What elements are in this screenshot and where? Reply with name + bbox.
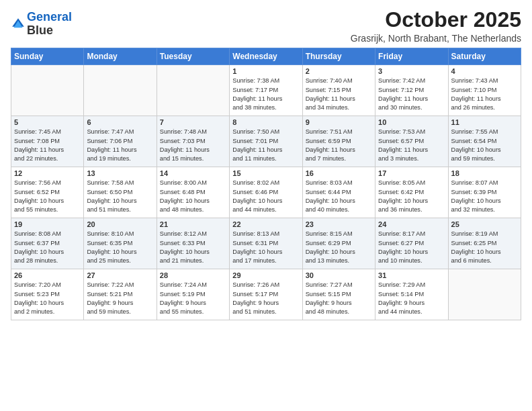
day-number: 5 [14, 118, 81, 126]
table-row: 10Sunrise: 7:53 AM Sunset: 6:57 PM Dayli… [375, 116, 448, 167]
day-info: Sunrise: 8:02 AM Sunset: 6:46 PM Dayligh… [232, 179, 299, 214]
day-number: 1 [232, 67, 299, 75]
col-monday: Monday [84, 48, 157, 65]
day-info: Sunrise: 8:00 AM Sunset: 6:48 PM Dayligh… [160, 179, 226, 214]
day-info: Sunrise: 7:24 AM Sunset: 5:19 PM Dayligh… [160, 281, 226, 316]
day-info: Sunrise: 8:17 AM Sunset: 6:27 PM Dayligh… [378, 230, 445, 265]
calendar-week-row: 1Sunrise: 7:38 AM Sunset: 7:17 PM Daylig… [11, 65, 521, 116]
table-row [84, 65, 157, 116]
location: Grasrijk, North Brabant, The Netherlands [351, 33, 521, 44]
day-number: 19 [14, 220, 81, 228]
table-row: 9Sunrise: 7:51 AM Sunset: 6:59 PM Daylig… [302, 116, 375, 167]
calendar-header-row: Sunday Monday Tuesday Wednesday Thursday… [11, 48, 521, 65]
calendar-week-row: 12Sunrise: 7:56 AM Sunset: 6:52 PM Dayli… [11, 167, 521, 218]
day-number: 12 [14, 169, 81, 177]
day-info: Sunrise: 7:22 AM Sunset: 5:21 PM Dayligh… [87, 281, 153, 316]
table-row: 23Sunrise: 8:15 AM Sunset: 6:29 PM Dayli… [302, 218, 375, 269]
calendar-week-row: 5Sunrise: 7:45 AM Sunset: 7:08 PM Daylig… [11, 116, 521, 167]
table-row: 12Sunrise: 7:56 AM Sunset: 6:52 PM Dayli… [11, 167, 84, 218]
col-saturday: Saturday [448, 48, 521, 65]
day-info: Sunrise: 7:48 AM Sunset: 7:03 PM Dayligh… [160, 128, 226, 163]
day-number: 31 [378, 271, 445, 279]
table-row: 3Sunrise: 7:42 AM Sunset: 7:12 PM Daylig… [375, 65, 448, 116]
col-friday: Friday [375, 48, 448, 65]
table-row: 1Sunrise: 7:38 AM Sunset: 7:17 PM Daylig… [230, 65, 302, 116]
day-number: 7 [160, 118, 226, 126]
day-info: Sunrise: 7:29 AM Sunset: 5:14 PM Dayligh… [378, 281, 445, 316]
day-number: 18 [451, 169, 518, 177]
day-number: 23 [306, 220, 372, 228]
day-info: Sunrise: 7:55 AM Sunset: 6:54 PM Dayligh… [451, 128, 518, 163]
day-number: 27 [87, 271, 153, 279]
day-info: Sunrise: 7:45 AM Sunset: 7:08 PM Dayligh… [14, 128, 81, 163]
table-row: 5Sunrise: 7:45 AM Sunset: 7:08 PM Daylig… [11, 116, 84, 167]
col-thursday: Thursday [302, 48, 375, 65]
table-row: 25Sunrise: 8:19 AM Sunset: 6:25 PM Dayli… [448, 218, 521, 269]
table-row: 26Sunrise: 7:20 AM Sunset: 5:23 PM Dayli… [11, 269, 84, 320]
month-title: October 2025 [351, 8, 521, 32]
day-number: 28 [160, 271, 226, 279]
calendar-week-row: 26Sunrise: 7:20 AM Sunset: 5:23 PM Dayli… [11, 269, 521, 320]
table-row: 13Sunrise: 7:58 AM Sunset: 6:50 PM Dayli… [84, 167, 157, 218]
page: General Blue October 2025 Grasrijk, Nort… [0, 0, 532, 411]
day-info: Sunrise: 8:19 AM Sunset: 6:25 PM Dayligh… [451, 230, 518, 265]
day-info: Sunrise: 7:53 AM Sunset: 6:57 PM Dayligh… [378, 128, 445, 163]
day-number: 24 [378, 220, 445, 228]
day-info: Sunrise: 7:47 AM Sunset: 7:06 PM Dayligh… [87, 128, 153, 163]
table-row: 22Sunrise: 8:13 AM Sunset: 6:31 PM Dayli… [230, 218, 302, 269]
table-row: 18Sunrise: 8:07 AM Sunset: 6:39 PM Dayli… [448, 167, 521, 218]
logo-icon [11, 17, 26, 32]
day-number: 22 [232, 220, 299, 228]
table-row: 31Sunrise: 7:29 AM Sunset: 5:14 PM Dayli… [375, 269, 448, 320]
table-row: 15Sunrise: 8:02 AM Sunset: 6:46 PM Dayli… [230, 167, 302, 218]
day-number: 11 [451, 118, 518, 126]
day-info: Sunrise: 8:15 AM Sunset: 6:29 PM Dayligh… [306, 230, 372, 265]
day-number: 6 [87, 118, 153, 126]
table-row: 30Sunrise: 7:27 AM Sunset: 5:15 PM Dayli… [302, 269, 375, 320]
day-info: Sunrise: 7:56 AM Sunset: 6:52 PM Dayligh… [14, 179, 81, 214]
table-row: 27Sunrise: 7:22 AM Sunset: 5:21 PM Dayli… [84, 269, 157, 320]
table-row: 16Sunrise: 8:03 AM Sunset: 6:44 PM Dayli… [302, 167, 375, 218]
day-number: 25 [451, 220, 518, 228]
day-number: 3 [378, 67, 445, 75]
day-number: 20 [87, 220, 153, 228]
table-row: 19Sunrise: 8:08 AM Sunset: 6:37 PM Dayli… [11, 218, 84, 269]
table-row: 20Sunrise: 8:10 AM Sunset: 6:35 PM Dayli… [84, 218, 157, 269]
day-number: 21 [160, 220, 226, 228]
day-number: 4 [451, 67, 518, 75]
day-number: 13 [87, 169, 153, 177]
col-tuesday: Tuesday [157, 48, 229, 65]
header: General Blue October 2025 Grasrijk, Nort… [11, 8, 521, 44]
table-row: 4Sunrise: 7:43 AM Sunset: 7:10 PM Daylig… [448, 65, 521, 116]
table-row: 6Sunrise: 7:47 AM Sunset: 7:06 PM Daylig… [84, 116, 157, 167]
day-number: 10 [378, 118, 445, 126]
day-info: Sunrise: 8:12 AM Sunset: 6:33 PM Dayligh… [160, 230, 226, 265]
day-info: Sunrise: 7:42 AM Sunset: 7:12 PM Dayligh… [378, 77, 445, 112]
day-info: Sunrise: 8:03 AM Sunset: 6:44 PM Dayligh… [306, 179, 372, 214]
table-row: 2Sunrise: 7:40 AM Sunset: 7:15 PM Daylig… [302, 65, 375, 116]
day-number: 14 [160, 169, 226, 177]
day-info: Sunrise: 8:05 AM Sunset: 6:42 PM Dayligh… [378, 179, 445, 214]
table-row: 24Sunrise: 8:17 AM Sunset: 6:27 PM Dayli… [375, 218, 448, 269]
day-number: 16 [306, 169, 372, 177]
day-info: Sunrise: 8:07 AM Sunset: 6:39 PM Dayligh… [451, 179, 518, 214]
table-row: 7Sunrise: 7:48 AM Sunset: 7:03 PM Daylig… [157, 116, 229, 167]
day-number: 29 [232, 271, 299, 279]
day-info: Sunrise: 8:10 AM Sunset: 6:35 PM Dayligh… [87, 230, 153, 265]
logo-text: General Blue [27, 11, 72, 38]
day-info: Sunrise: 8:13 AM Sunset: 6:31 PM Dayligh… [232, 230, 299, 265]
day-info: Sunrise: 7:20 AM Sunset: 5:23 PM Dayligh… [14, 281, 81, 316]
day-number: 15 [232, 169, 299, 177]
table-row: 14Sunrise: 8:00 AM Sunset: 6:48 PM Dayli… [157, 167, 229, 218]
day-info: Sunrise: 7:26 AM Sunset: 5:17 PM Dayligh… [232, 281, 299, 316]
logo: General Blue [11, 11, 72, 38]
day-number: 8 [232, 118, 299, 126]
table-row [11, 65, 84, 116]
day-info: Sunrise: 7:38 AM Sunset: 7:17 PM Dayligh… [232, 77, 299, 112]
table-row: 29Sunrise: 7:26 AM Sunset: 5:17 PM Dayli… [230, 269, 302, 320]
table-row: 8Sunrise: 7:50 AM Sunset: 7:01 PM Daylig… [230, 116, 302, 167]
day-info: Sunrise: 7:51 AM Sunset: 6:59 PM Dayligh… [306, 128, 372, 163]
col-sunday: Sunday [11, 48, 84, 65]
table-row: 28Sunrise: 7:24 AM Sunset: 5:19 PM Dayli… [157, 269, 229, 320]
day-info: Sunrise: 7:58 AM Sunset: 6:50 PM Dayligh… [87, 179, 153, 214]
